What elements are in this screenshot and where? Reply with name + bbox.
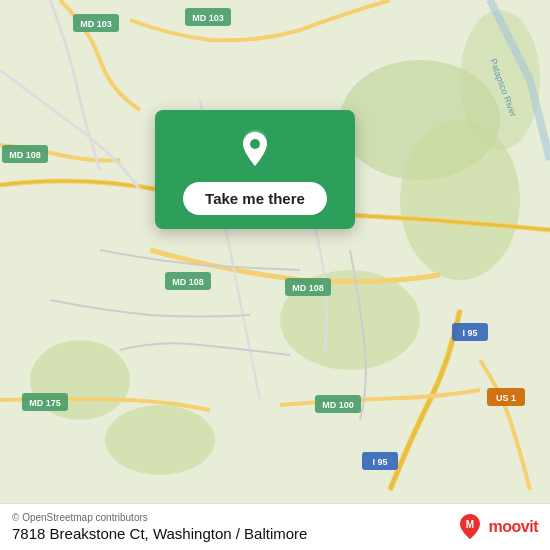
moovit-icon: M (455, 512, 485, 542)
map-roads-overlay: Patapsco River MD 10 (0, 0, 550, 550)
take-me-there-button[interactable]: Take me there (183, 182, 327, 215)
svg-point-31 (250, 139, 260, 149)
moovit-label: moovit (489, 518, 538, 536)
address-label: 7818 Breakstone Ct, Washington / Baltimo… (12, 525, 307, 542)
svg-text:MD 108: MD 108 (9, 150, 41, 160)
map-container: Patapsco River MD 10 (0, 0, 550, 550)
svg-point-5 (105, 405, 215, 475)
osm-attribution: © OpenStreetmap contributors (12, 512, 307, 523)
svg-text:MD 108: MD 108 (172, 277, 204, 287)
svg-text:MD 103: MD 103 (192, 13, 224, 23)
svg-text:US 1: US 1 (496, 393, 516, 403)
moovit-logo: M moovit (455, 512, 538, 542)
svg-text:MD 175: MD 175 (29, 398, 61, 408)
popup-card: Take me there (155, 110, 355, 229)
bottom-bar: © OpenStreetmap contributors 7818 Breaks… (0, 503, 550, 550)
svg-text:I 95: I 95 (462, 328, 477, 338)
svg-text:MD 108: MD 108 (292, 283, 324, 293)
location-pin-icon (233, 128, 277, 172)
svg-text:MD 100: MD 100 (322, 400, 354, 410)
svg-text:I 95: I 95 (372, 457, 387, 467)
svg-text:M: M (465, 519, 473, 530)
bottom-left-info: © OpenStreetmap contributors 7818 Breaks… (12, 512, 307, 542)
svg-text:MD 103: MD 103 (80, 19, 112, 29)
